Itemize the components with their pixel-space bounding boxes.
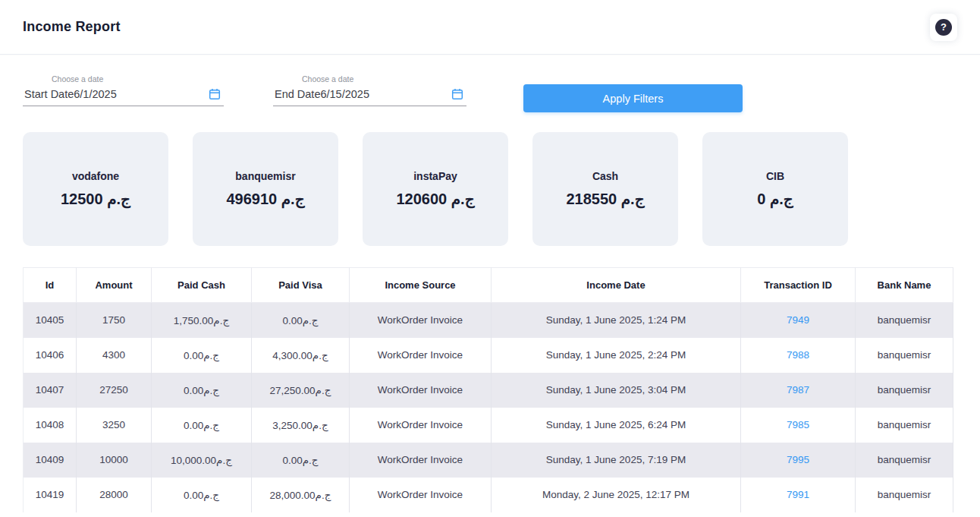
cell-income-date: Sunday, 1 June 2025, 3:04 PM	[492, 373, 741, 408]
income-table: IdAmountPaid CashPaid VisaIncome SourceI…	[23, 267, 953, 512]
cell-id: 10407	[24, 373, 77, 408]
column-header: Income Source	[350, 268, 492, 303]
cell-paid-cash: 10,000.00ج.م	[152, 443, 252, 478]
transaction-id-link[interactable]: 7949	[741, 303, 856, 338]
cell-income-source: WorkOrder Invoice	[350, 338, 492, 373]
summary-card-banquemisr: banquemisr496910 ج.م	[193, 132, 338, 246]
cell-bank-name: banquemisr	[856, 303, 953, 338]
start-date-input[interactable]: Start Date6/1/2025	[23, 87, 224, 106]
calendar-icon[interactable]	[209, 88, 221, 100]
table-row: 10419280000.00ج.م28,000.00ج.مWorkOrder I…	[24, 478, 953, 512]
cell-income-date: Sunday, 1 June 2025, 2:24 PM	[492, 338, 741, 373]
transaction-id-link[interactable]: 7991	[741, 478, 856, 512]
card-title: CIB	[766, 170, 784, 182]
column-header: Income Date	[492, 268, 741, 303]
cell-paid-cash: 1,750.00ج.م	[152, 303, 252, 338]
cell-income-date: Sunday, 1 June 2025, 6:24 PM	[492, 408, 741, 443]
cell-income-source: WorkOrder Invoice	[350, 478, 492, 512]
card-value: 120600 ج.م	[396, 190, 474, 208]
cell-bank-name: banquemisr	[856, 443, 953, 478]
cell-income-date: Sunday, 1 June 2025, 1:24 PM	[492, 303, 741, 338]
cell-paid-visa: 0.00ج.م	[252, 303, 350, 338]
cell-amount: 28000	[77, 478, 152, 512]
card-value: 496910 ج.م	[226, 190, 304, 208]
cell-paid-visa: 28,000.00ج.م	[252, 478, 350, 512]
card-title: banquemisr	[235, 170, 295, 182]
transaction-id-link[interactable]: 7987	[741, 373, 856, 408]
cell-id: 10405	[24, 303, 77, 338]
cell-paid-visa: 27,250.00ج.م	[252, 373, 350, 408]
table-header: IdAmountPaid CashPaid VisaIncome SourceI…	[24, 268, 953, 303]
cell-amount: 4300	[77, 338, 152, 373]
summary-card-CIB: CIB0 ج.م	[702, 132, 848, 246]
cell-income-source: WorkOrder Invoice	[350, 373, 492, 408]
cell-amount: 27250	[77, 373, 152, 408]
table-row: 1040517501,750.00ج.م0.00ج.مWorkOrder Inv…	[24, 303, 953, 338]
cell-income-date: Monday, 2 June 2025, 12:17 PM	[492, 478, 741, 512]
calendar-icon[interactable]	[451, 88, 463, 100]
card-value: 218550 ج.م	[566, 190, 644, 208]
cell-bank-name: banquemisr	[856, 373, 953, 408]
apply-filters-button[interactable]: Apply Filters	[523, 84, 743, 112]
cell-id: 10406	[24, 338, 77, 373]
table-row: 104091000010,000.00ج.م0.00ج.مWorkOrder I…	[24, 443, 953, 478]
column-header: Paid Visa	[252, 268, 350, 303]
cell-id: 10419	[24, 478, 77, 512]
help-icon: ?	[935, 19, 952, 36]
summary-card-Cash: Cash218550 ج.م	[532, 132, 678, 246]
end-date-label: Choose a date	[302, 74, 466, 84]
cell-income-source: WorkOrder Invoice	[350, 303, 492, 338]
cell-income-source: WorkOrder Invoice	[350, 443, 492, 478]
cell-bank-name: banquemisr	[856, 478, 953, 512]
cell-amount: 10000	[77, 443, 152, 478]
table-row: 10407272500.00ج.م27,250.00ج.مWorkOrder I…	[24, 373, 953, 408]
cell-amount: 1750	[77, 303, 152, 338]
page-header: Income Report ?	[0, 0, 980, 55]
column-header: Paid Cash	[152, 268, 252, 303]
card-title: vodafone	[72, 170, 119, 182]
cell-bank-name: banquemisr	[856, 338, 953, 373]
table-row: 1040832500.00ج.م3,250.00ج.مWorkOrder Inv…	[24, 408, 953, 443]
end-date-value[interactable]: End Date6/15/2025	[275, 88, 369, 100]
card-title: instaPay	[413, 170, 457, 182]
card-value: 12500 ج.م	[61, 190, 130, 208]
start-date-value[interactable]: Start Date6/1/2025	[24, 88, 117, 100]
help-button[interactable]: ?	[930, 14, 957, 41]
transaction-id-link[interactable]: 7985	[741, 408, 856, 443]
column-header: Amount	[77, 268, 152, 303]
cell-paid-cash: 0.00ج.م	[152, 373, 252, 408]
start-date-field: Choose a date Start Date6/1/2025	[23, 74, 224, 106]
column-header: Transaction ID	[741, 268, 856, 303]
filters-bar: Choose a date Start Date6/1/2025 Choose …	[23, 74, 957, 112]
cell-paid-cash: 0.00ج.م	[152, 338, 252, 373]
cell-paid-cash: 0.00ج.م	[152, 478, 252, 512]
start-date-label: Choose a date	[52, 74, 224, 84]
table-header-row: IdAmountPaid CashPaid VisaIncome SourceI…	[24, 268, 953, 303]
cell-amount: 3250	[77, 408, 152, 443]
column-header: Id	[24, 268, 77, 303]
summary-cards: vodafone12500 ج.مbanquemisr496910 ج.مins…	[23, 132, 957, 246]
table-row: 1040643000.00ج.م4,300.00ج.مWorkOrder Inv…	[24, 338, 953, 373]
transaction-id-link[interactable]: 7988	[741, 338, 856, 373]
end-date-input[interactable]: End Date6/15/2025	[273, 87, 466, 106]
end-date-field: Choose a date End Date6/15/2025	[273, 74, 466, 106]
summary-card-vodafone: vodafone12500 ج.م	[23, 132, 168, 246]
page-title: Income Report	[23, 19, 121, 35]
cell-id: 10409	[24, 443, 77, 478]
cell-paid-cash: 0.00ج.م	[152, 408, 252, 443]
cell-paid-visa: 0.00ج.م	[252, 443, 350, 478]
cell-income-source: WorkOrder Invoice	[350, 408, 492, 443]
transaction-id-link[interactable]: 7995	[741, 443, 856, 478]
cell-paid-visa: 3,250.00ج.م	[252, 408, 350, 443]
main-content: Choose a date Start Date6/1/2025 Choose …	[0, 55, 980, 517]
card-value: 0 ج.م	[757, 190, 793, 208]
summary-card-instaPay: instaPay120600 ج.م	[363, 132, 508, 246]
card-title: Cash	[592, 170, 618, 182]
column-header: Bank Name	[856, 268, 953, 303]
cell-income-date: Sunday, 1 June 2025, 7:19 PM	[492, 443, 741, 478]
cell-id: 10408	[24, 408, 77, 443]
cell-paid-visa: 4,300.00ج.م	[252, 338, 350, 373]
cell-bank-name: banquemisr	[856, 408, 953, 443]
table-body: 1040517501,750.00ج.م0.00ج.مWorkOrder Inv…	[24, 303, 953, 512]
